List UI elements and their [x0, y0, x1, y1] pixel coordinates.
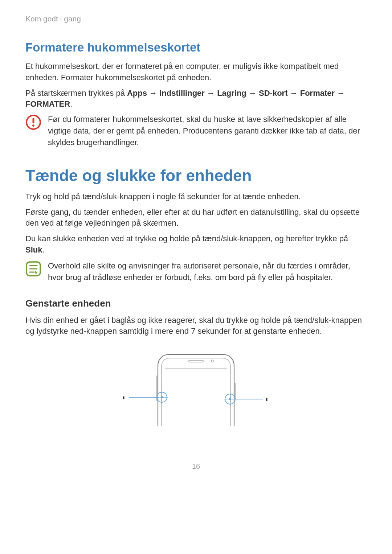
format-path-instructions: På startskærmen trykkes på Apps → Indsti…	[25, 88, 367, 110]
power-info-text: Overhold alle skilte og anvisninger fra …	[48, 260, 367, 283]
power-button-label: ▮	[266, 397, 268, 401]
svg-point-2	[32, 124, 34, 127]
page-number: 16	[0, 462, 392, 471]
svg-rect-6	[189, 360, 203, 362]
svg-rect-4	[158, 354, 234, 426]
restart-paragraph: Hvis din enhed er gået i baglås og ikke …	[25, 315, 367, 337]
chapter-header: Kom godt i gang	[25, 15, 367, 23]
section-title-format: Formatere hukommelseskortet	[25, 41, 367, 54]
format-warning-block: Før du formaterer hukommelseskortet, ska…	[25, 114, 367, 148]
note-icon	[25, 261, 41, 277]
warning-icon	[25, 114, 41, 130]
format-intro-paragraph: Et hukommelseskort, der er formateret på…	[25, 61, 367, 83]
svg-rect-1	[33, 118, 34, 123]
section-title-power: Tænde og slukke for enheden	[25, 167, 367, 185]
subsection-title-restart: Genstarte enheden	[25, 298, 367, 309]
device-illustration: ▮ ▮	[25, 350, 367, 426]
power-p1: Tryk og hold på tænd/sluk-knappen i nogl…	[25, 191, 367, 202]
format-warning-text: Før du formaterer hukommelseskortet, ska…	[48, 114, 367, 148]
power-info-block: Overhold alle skilte og anvisninger fra …	[25, 260, 367, 283]
power-p2: Første gang, du tænder enheden, eller ef…	[25, 207, 367, 229]
volume-down-label: ▮	[123, 395, 125, 399]
power-p3: Du kan slukke enheden ved at trykke og h…	[25, 233, 367, 256]
svg-point-7	[211, 360, 213, 362]
